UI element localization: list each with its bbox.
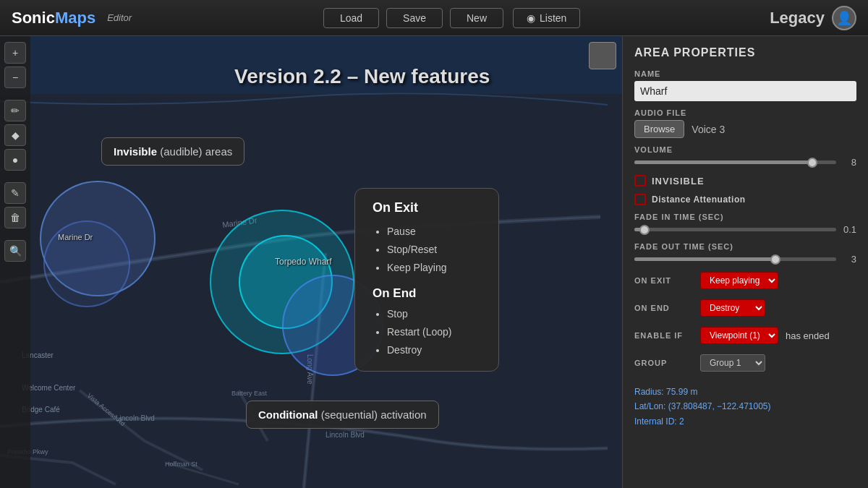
listen-label: Listen bbox=[540, 12, 566, 24]
fade-out-slider-thumb[interactable] bbox=[770, 254, 780, 265]
fade-in-group: Fade In Time (sec) 0.1 bbox=[634, 213, 856, 235]
map-background: Marine Dr Long Ave Lincoln Blvd Lincoln … bbox=[0, 36, 622, 488]
fade-out-group: Fade Out Time (sec) 3 bbox=[634, 242, 856, 265]
fade-in-value: 0.1 bbox=[842, 224, 856, 235]
fade-in-label: Fade In Time (sec) bbox=[634, 213, 856, 221]
draw-tool-button[interactable]: ✏ bbox=[4, 100, 26, 121]
has-ended-text: has ended bbox=[786, 330, 830, 341]
shape-tool-button[interactable]: ◆ bbox=[4, 124, 26, 146]
fade-out-label: Fade Out Time (sec) bbox=[634, 242, 856, 251]
layer-button[interactable] bbox=[589, 42, 616, 69]
enable-if-select[interactable]: Viewpoint (1) bbox=[700, 327, 778, 344]
zoom-out-button[interactable]: − bbox=[4, 67, 26, 88]
volume-label: Volume bbox=[634, 145, 856, 154]
audio-file-group: Audio File Browse Voice 3 bbox=[634, 108, 856, 138]
distance-attenuation-label: Distance Attenuation bbox=[652, 194, 746, 205]
panel-title: Area Properties bbox=[634, 46, 856, 59]
legacy-label: Legacy bbox=[770, 9, 825, 27]
search-tool-button[interactable]: 🔍 bbox=[4, 240, 26, 262]
enable-if-row: Enable If Viewpoint (1) has ended bbox=[634, 327, 856, 344]
volume-value: 8 bbox=[842, 157, 856, 168]
header: SonicMaps Editor Load Save New ◉ Listen … bbox=[0, 0, 868, 36]
volume-slider-track[interactable] bbox=[634, 160, 836, 164]
browse-button[interactable]: Browse bbox=[634, 120, 684, 138]
on-exit-row: On Exit Keep playing bbox=[634, 272, 856, 289]
right-panel: Area Properties Name Audio File Browse V… bbox=[622, 36, 868, 488]
legacy-area: Legacy 👤 bbox=[770, 6, 856, 30]
distance-attenuation-row: Distance Attenuation bbox=[634, 194, 856, 205]
on-end-row: On End Destroy bbox=[634, 299, 856, 317]
radius-status: Radius: 75.99 m bbox=[634, 385, 856, 399]
logo-sonic: Sonic bbox=[12, 9, 55, 27]
volume-group: Volume 8 bbox=[634, 145, 856, 168]
group-label: Group bbox=[634, 359, 696, 367]
group-select[interactable]: Group 1 bbox=[700, 354, 765, 372]
distance-attenuation-checkbox[interactable] bbox=[634, 194, 646, 205]
on-exit-label: On Exit bbox=[634, 276, 696, 285]
edit-tool-button[interactable]: ✎ bbox=[4, 182, 26, 204]
on-end-label: On End bbox=[634, 304, 696, 312]
map-svg: Marine Dr Long Ave Lincoln Blvd Lincoln … bbox=[0, 36, 622, 488]
load-button[interactable]: Load bbox=[323, 8, 379, 28]
name-field-group: Name bbox=[634, 69, 856, 101]
audio-file-label: Audio File bbox=[634, 108, 856, 117]
name-input[interactable] bbox=[634, 81, 856, 101]
name-label: Name bbox=[634, 69, 856, 78]
map-area[interactable]: Marine Dr Long Ave Lincoln Blvd Lincoln … bbox=[0, 36, 622, 488]
fade-in-slider-row: 0.1 bbox=[634, 224, 856, 235]
audio-file-name: Voice 3 bbox=[692, 124, 725, 135]
new-button[interactable]: New bbox=[450, 8, 503, 28]
svg-text:Long Ave: Long Ave bbox=[306, 354, 314, 385]
group-row: Group Group 1 bbox=[634, 354, 856, 372]
svg-text:Hoffman St: Hoffman St bbox=[165, 461, 197, 468]
fade-out-slider-fill bbox=[634, 257, 775, 261]
invisible-checkbox-row: Invisible bbox=[634, 175, 856, 187]
logo-maps: Maps bbox=[55, 9, 95, 27]
status-info: Radius: 75.99 m Lat/Lon: (37.808487, −12… bbox=[634, 385, 856, 429]
enable-if-label: Enable If bbox=[634, 331, 696, 340]
svg-rect-2 bbox=[0, 36, 622, 94]
logo-editor: Editor bbox=[107, 12, 132, 23]
invisible-checkbox-label: Invisible bbox=[652, 176, 705, 187]
svg-text:Lincoln Blvd: Lincoln Blvd bbox=[326, 431, 365, 439]
fade-out-slider-track[interactable] bbox=[634, 257, 836, 261]
logo: SonicMaps bbox=[12, 9, 95, 27]
browse-row: Browse Voice 3 bbox=[634, 120, 856, 138]
internal-id-status: Internal ID: 2 bbox=[634, 414, 856, 429]
fade-out-value: 3 bbox=[842, 254, 856, 265]
on-end-select[interactable]: Destroy bbox=[700, 299, 765, 317]
fade-out-slider-row: 3 bbox=[634, 254, 856, 265]
fade-in-slider-thumb[interactable] bbox=[639, 225, 650, 235]
zoom-in-button[interactable]: + bbox=[4, 42, 26, 64]
circle-tool-button[interactable]: ● bbox=[4, 149, 26, 171]
latlon-status: Lat/Lon: (37.808487, −122.471005) bbox=[634, 399, 856, 414]
delete-tool-button[interactable]: 🗑 bbox=[4, 207, 26, 228]
listen-button[interactable]: ◉ Listen bbox=[513, 8, 580, 28]
save-button[interactable]: Save bbox=[386, 8, 443, 28]
listen-icon: ◉ bbox=[527, 12, 535, 24]
svg-text:Battery East: Battery East bbox=[231, 390, 268, 397]
user-icon[interactable]: 👤 bbox=[832, 6, 856, 30]
volume-slider-fill bbox=[634, 160, 812, 164]
main: Marine Dr Long Ave Lincoln Blvd Lincoln … bbox=[0, 36, 868, 488]
volume-slider-row: 8 bbox=[634, 157, 856, 168]
header-buttons: Load Save New ◉ Listen bbox=[132, 8, 770, 28]
invisible-checkbox[interactable] bbox=[634, 175, 646, 187]
fade-in-slider-track[interactable] bbox=[634, 228, 836, 231]
left-toolbar: + − ✏ ◆ ● ✎ 🗑 🔍 bbox=[0, 36, 30, 488]
on-exit-select[interactable]: Keep playing bbox=[700, 272, 778, 289]
volume-slider-thumb[interactable] bbox=[807, 158, 817, 168]
